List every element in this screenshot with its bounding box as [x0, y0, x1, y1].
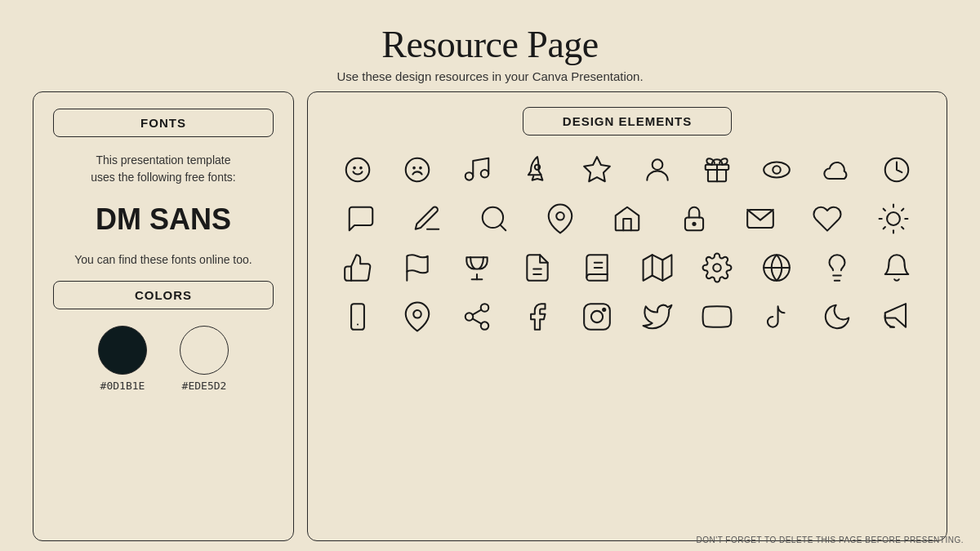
- instagram-icon: [576, 295, 618, 338]
- rocket-icon: [516, 149, 559, 191]
- font-name: DM SANS: [96, 202, 231, 237]
- svg-line-17: [500, 224, 506, 230]
- clock-icon: [875, 149, 918, 191]
- svg-point-14: [773, 166, 782, 174]
- svg-point-13: [764, 162, 791, 178]
- icons-row-2: [327, 198, 927, 240]
- svg-point-1: [354, 167, 355, 169]
- svg-line-30: [902, 209, 903, 211]
- user-icon: [636, 149, 679, 191]
- svg-marker-9: [584, 157, 610, 181]
- page-subtitle: Use these design resources in your Canva…: [336, 69, 643, 83]
- page-title: Resource Page: [336, 23, 643, 66]
- bell-icon: [875, 247, 918, 289]
- svg-point-6: [466, 172, 474, 180]
- envelope-icon: [739, 198, 782, 240]
- svg-point-3: [406, 158, 430, 182]
- svg-line-50: [473, 318, 482, 323]
- megaphone-icon: [875, 295, 918, 338]
- svg-line-25: [884, 209, 885, 211]
- home-icon: [606, 198, 648, 240]
- svg-rect-52: [584, 304, 610, 330]
- svg-point-49: [481, 322, 489, 330]
- swatch-circle-light: [180, 326, 229, 375]
- colors-badge: COLORS: [53, 281, 274, 309]
- left-panel: FONTS This presentation templateuses the…: [33, 91, 294, 541]
- lock-icon: [673, 198, 715, 240]
- sun-icon: [872, 198, 915, 240]
- eye-icon: [755, 149, 798, 191]
- svg-point-8: [535, 165, 540, 170]
- pencil-icon: [406, 198, 448, 240]
- svg-line-26: [902, 227, 903, 229]
- svg-point-4: [413, 167, 415, 169]
- moon-icon: [816, 295, 858, 338]
- svg-point-5: [420, 167, 421, 169]
- swatch-light: #EDE5D2: [180, 326, 229, 392]
- icons-grid: [327, 149, 927, 338]
- right-panel: DESIGN ELEMENTS: [307, 91, 947, 541]
- flag-icon: [396, 247, 439, 289]
- svg-point-22: [887, 212, 900, 225]
- svg-rect-44: [351, 304, 364, 330]
- cloud-icon: [816, 149, 858, 191]
- document-icon: [516, 247, 559, 289]
- icons-row-3: [327, 247, 927, 289]
- twitter-icon: [636, 295, 679, 338]
- book-icon: [576, 247, 618, 289]
- svg-marker-36: [643, 255, 671, 281]
- thumbs-up-icon: [336, 247, 379, 289]
- globe-icon: [755, 247, 798, 289]
- location-icon: [396, 295, 439, 338]
- svg-point-47: [481, 304, 489, 312]
- design-elements-badge: DESIGN ELEMENTS: [523, 107, 732, 136]
- svg-point-48: [466, 313, 474, 321]
- svg-point-46: [413, 310, 421, 318]
- fonts-footer: You can find these fonts online too.: [74, 253, 252, 266]
- svg-line-51: [473, 309, 482, 314]
- swatch-circle-dark: [98, 326, 147, 375]
- svg-point-10: [652, 159, 662, 170]
- share-icon: [456, 295, 498, 338]
- svg-line-29: [884, 227, 885, 229]
- svg-point-0: [345, 158, 369, 182]
- mobile-icon: [336, 295, 379, 338]
- smiley-icon: [336, 149, 379, 191]
- main-content: FONTS This presentation templateuses the…: [33, 91, 947, 551]
- color-swatches: #0D1B1E #EDE5D2: [98, 326, 229, 392]
- fonts-badge: FONTS: [53, 109, 274, 137]
- gift-icon: [696, 149, 738, 191]
- page-header: Resource Page Use these design resources…: [336, 0, 643, 91]
- map-icon: [636, 247, 679, 289]
- swatch-label-dark: #0D1B1E: [100, 380, 145, 392]
- swatch-dark: #0D1B1E: [98, 326, 147, 392]
- sad-face-icon: [396, 149, 439, 191]
- svg-point-54: [603, 309, 605, 311]
- svg-point-18: [557, 212, 565, 220]
- chat-icon: [340, 198, 382, 240]
- svg-point-7: [481, 170, 489, 178]
- star-icon: [576, 149, 618, 191]
- swatch-label-light: #EDE5D2: [182, 380, 227, 392]
- footer-note: DON'T FORGET TO DELETE THIS PAGE BEFORE …: [697, 535, 964, 544]
- youtube-icon: [696, 295, 738, 338]
- fonts-description: This presentation templateuses the follo…: [91, 152, 235, 186]
- svg-point-39: [713, 264, 721, 272]
- search-icon: [473, 198, 515, 240]
- svg-marker-55: [714, 313, 721, 321]
- heart-icon: [806, 198, 849, 240]
- tiktok-icon: [755, 295, 798, 338]
- pin-icon: [539, 198, 581, 240]
- gear-icon: [696, 247, 738, 289]
- svg-point-20: [693, 223, 695, 225]
- facebook-icon: [516, 295, 559, 338]
- svg-point-53: [591, 311, 603, 322]
- trophy-icon: [456, 247, 498, 289]
- lightbulb-icon: [816, 247, 858, 289]
- icons-row-1: [327, 149, 927, 191]
- icons-row-4: [327, 295, 927, 338]
- svg-point-2: [360, 167, 362, 169]
- music-icon: [456, 149, 498, 191]
